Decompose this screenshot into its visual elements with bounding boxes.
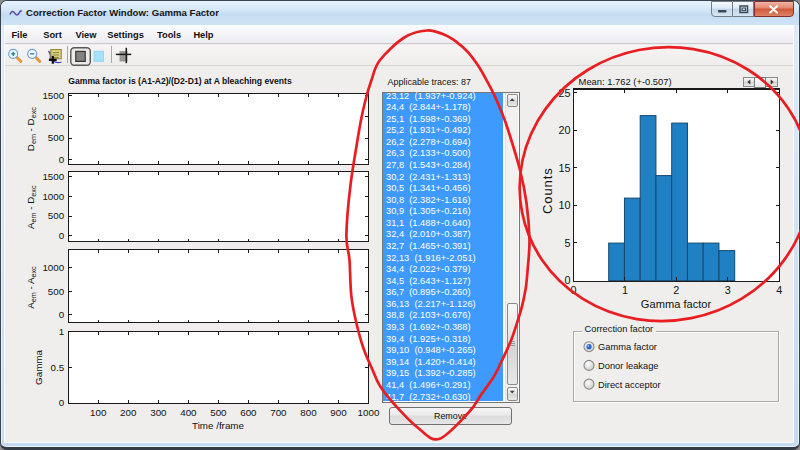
svg-text:600: 600	[240, 407, 257, 418]
svg-text:900: 900	[330, 407, 347, 418]
svg-text:10: 10	[558, 199, 570, 211]
svg-text:100: 100	[90, 407, 107, 418]
svg-text:1: 1	[622, 284, 628, 296]
svg-text:1000: 1000	[42, 262, 64, 273]
svg-text:Aem - Dexc: Aem - Dexc	[25, 185, 38, 229]
svg-text:0.5: 0.5	[51, 362, 65, 373]
svg-text:Mean: 1.762 (+-0.507): Mean: 1.762 (+-0.507)	[579, 76, 672, 87]
svg-text:Applicable traces: 87: Applicable traces: 87	[388, 77, 472, 87]
svg-text:Counts: Counts	[540, 167, 555, 214]
svg-text:5: 5	[564, 237, 570, 249]
svg-text:1000: 1000	[42, 111, 64, 122]
svg-text:0: 0	[59, 309, 65, 320]
svg-text:300: 300	[150, 407, 167, 418]
svg-text:700: 700	[270, 407, 287, 418]
svg-text:1: 1	[59, 326, 64, 337]
svg-text:400: 400	[180, 407, 197, 418]
svg-text:500: 500	[48, 132, 65, 143]
svg-text:Aem - Aexc: Aem - Aexc	[25, 266, 38, 309]
svg-text:200: 200	[120, 407, 137, 418]
svg-text:15: 15	[558, 162, 570, 174]
svg-text:800: 800	[300, 407, 317, 418]
svg-text:0: 0	[59, 154, 65, 165]
svg-text:500: 500	[48, 286, 65, 297]
svg-text:500: 500	[210, 407, 227, 418]
svg-text:1500: 1500	[42, 90, 64, 101]
svg-text:20: 20	[558, 124, 570, 136]
svg-text:0: 0	[59, 230, 65, 241]
svg-text:1500: 1500	[42, 171, 64, 182]
svg-text:2: 2	[673, 284, 679, 296]
svg-text:Gamma factor: Gamma factor	[641, 298, 712, 310]
svg-text:4: 4	[776, 284, 782, 296]
svg-text:Dem - Dexc: Dem - Dexc	[25, 107, 38, 151]
svg-text:3: 3	[725, 284, 731, 296]
svg-text:Gamma factor is (A1-A2)/(D2-D1: Gamma factor is (A1-A2)/(D2-D1) at A ble…	[68, 76, 292, 86]
svg-text:0: 0	[59, 397, 65, 408]
svg-text:Time /frame: Time /frame	[192, 420, 244, 431]
svg-text:500: 500	[48, 210, 65, 221]
svg-text:1000: 1000	[42, 191, 64, 202]
svg-text:Gamma: Gamma	[33, 350, 44, 385]
svg-text:1000: 1000	[358, 407, 380, 418]
